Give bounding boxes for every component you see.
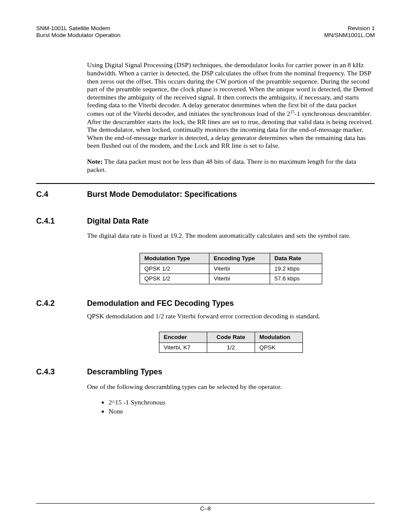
heading-c42-title: Demodulation and FEC Decoding Types: [87, 299, 234, 308]
c43-body: One of the following descrambling types …: [87, 383, 375, 416]
section-rule: [36, 183, 375, 184]
table-header-row: Encoder Code Rate Modulation: [159, 332, 303, 342]
c41-paragraph: The digital data rate is fixed at 19.2. …: [87, 232, 375, 240]
fec-table: Encoder Code Rate Modulation Viterbi, K7…: [159, 332, 303, 353]
cell-code-rate: 1/2: [207, 342, 255, 352]
page: SNM-1001L Satellite Modem Burst Mode Mod…: [0, 0, 411, 532]
page-header: SNM-1001L Satellite Modem Burst Mode Mod…: [36, 25, 375, 39]
cell-enc: Viterbi: [209, 274, 270, 284]
col-modulation-type: Modulation Type: [140, 253, 209, 264]
table-row: QPSK 1/2 Viterbi 19.2 kbps: [140, 264, 322, 274]
note-paragraph: Note: The data packet must not be less t…: [87, 158, 375, 174]
heading-c43-num: C.4.3: [36, 367, 87, 377]
cell-mod: QPSK 1/2: [140, 264, 209, 274]
footer-rule: [36, 503, 375, 504]
table-row: Viterbi, K7 1/2 QPSK: [159, 342, 303, 352]
heading-c42-num: C.4.2: [36, 299, 87, 308]
cell-rate: 19.2 kbps: [270, 264, 322, 274]
superscript-15: 15: [290, 109, 295, 114]
note-label: Note:: [87, 158, 103, 165]
note-text: The data packet must not be less than 48…: [87, 158, 356, 173]
list-item: 2^15 -1 Synchronous: [109, 398, 375, 407]
cell-mod: QPSK 1/2: [140, 274, 209, 284]
heading-c41-title: Digital Data Rate: [87, 217, 149, 226]
cell-encoder: Viterbi, K7: [159, 342, 207, 352]
heading-c4-title: Burst Mode Demodulator: Specifications: [87, 190, 237, 199]
c43-paragraph: One of the following descrambling types …: [87, 383, 375, 391]
body-content: Using Digital Signal Processing (DSP) te…: [87, 61, 375, 174]
heading-c43: C.4.3 Descrambling Types: [36, 367, 375, 377]
heading-c43-title: Descrambling Types: [87, 367, 162, 377]
c42-body: QPSK demodulation and 1/2 rate Viterbi f…: [87, 312, 375, 353]
c41-body: The digital data rate is fixed at 19.2. …: [87, 232, 375, 284]
cell-enc: Viterbi: [209, 264, 270, 274]
col-code-rate: Code Rate: [207, 332, 255, 342]
table-row: QPSK 1/2 Viterbi 57.6 kbps: [140, 274, 322, 284]
header-right-line2: MN/SNM1001L.OM: [324, 32, 375, 39]
header-right: Revision 1 MN/SNM1001L.OM: [324, 25, 375, 39]
col-data-rate: Data Rate: [270, 253, 322, 264]
header-left-line2: Burst Mode Modulator Operation: [36, 32, 121, 39]
heading-c41-num: C.4.1: [36, 217, 87, 226]
header-left-line1: SNM-1001L Satellite Modem: [36, 25, 121, 32]
col-modulation: Modulation: [255, 332, 303, 342]
col-encoder: Encoder: [159, 332, 207, 342]
table-header-row: Modulation Type Encoding Type Data Rate: [140, 253, 322, 264]
list-item: None: [109, 408, 375, 416]
page-footer: C–8: [36, 500, 375, 512]
heading-c4: C.4 Burst Mode Demodulator: Specificatio…: [36, 190, 375, 199]
page-number: C–8: [200, 505, 211, 512]
heading-c42: C.4.2 Demodulation and FEC Decoding Type…: [36, 299, 375, 308]
cell-modulation: QPSK: [255, 342, 303, 352]
data-rate-table: Modulation Type Encoding Type Data Rate …: [140, 253, 322, 284]
heading-c4-num: C.4: [36, 190, 87, 199]
c42-paragraph: QPSK demodulation and 1/2 rate Viterbi f…: [87, 312, 375, 320]
heading-c41: C.4.1 Digital Data Rate: [36, 217, 375, 226]
cell-rate: 57.6 kbps: [270, 274, 322, 284]
intro-paragraph: Using Digital Signal Processing (DSP) te…: [87, 61, 375, 150]
header-right-line1: Revision 1: [324, 25, 375, 32]
col-encoding-type: Encoding Type: [209, 253, 270, 264]
descrambling-list: 2^15 -1 Synchronous None: [87, 398, 375, 415]
header-left: SNM-1001L Satellite Modem Burst Mode Mod…: [36, 25, 121, 39]
para1-part-a: Using Digital Signal Processing (DSP) te…: [87, 61, 373, 117]
